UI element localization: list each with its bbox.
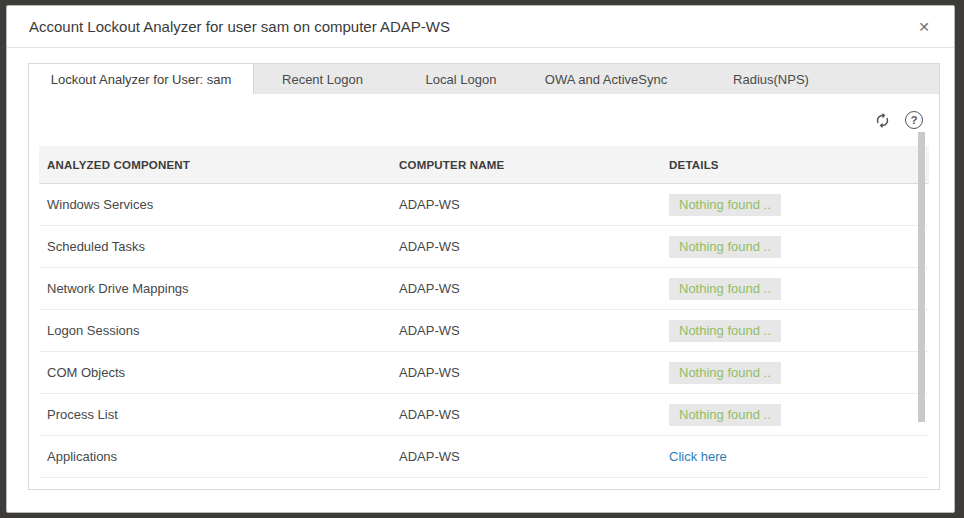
tabs-widget: Lockout Analyzer for User: samRecent Log… — [28, 63, 940, 490]
nothing-found-badge: Nothing found .. — [669, 236, 781, 258]
toolbar: ? — [29, 94, 939, 146]
cell-analyzed-component: Applications — [39, 449, 391, 464]
cell-details: Click here — [661, 449, 929, 464]
table-row: ApplicationsADAP-WSClick here — [39, 436, 929, 478]
cell-computer-name: ADAP-WS — [391, 365, 661, 380]
nothing-found-badge: Nothing found .. — [669, 278, 781, 300]
cell-details: Nothing found .. — [661, 236, 929, 258]
cell-details: Nothing found .. — [661, 404, 929, 426]
table-row: Network Drive MappingsADAP-WSNothing fou… — [39, 268, 929, 310]
cell-analyzed-component: Logon Sessions — [39, 323, 391, 338]
tab-radius-nps[interactable]: Radius(NPS) — [681, 64, 861, 94]
cell-computer-name: ADAP-WS — [391, 407, 661, 422]
cell-analyzed-component: Network Drive Mappings — [39, 281, 391, 296]
lockout-analyzer-dialog: Account Lockout Analyzer for user sam on… — [6, 5, 955, 513]
click-here-link[interactable]: Click here — [669, 449, 727, 464]
tab-lockout-analyzer-for-user-sam[interactable]: Lockout Analyzer for User: sam — [29, 64, 254, 94]
nothing-found-badge: Nothing found .. — [669, 362, 781, 384]
tab-recent-logon[interactable]: Recent Logon — [254, 64, 391, 94]
cell-computer-name: ADAP-WS — [391, 197, 661, 212]
table-header-row: ANALYZED COMPONENT COMPUTER NAME DETAILS — [39, 146, 929, 184]
dialog-title: Account Lockout Analyzer for user sam on… — [29, 18, 914, 35]
cell-computer-name: ADAP-WS — [391, 281, 661, 296]
tab-owa-and-activesync[interactable]: OWA and ActiveSync — [531, 64, 681, 94]
analyzer-table: ANALYZED COMPONENT COMPUTER NAME DETAILS… — [39, 146, 929, 478]
table-row: Windows ServicesADAP-WSNothing found .. — [39, 184, 929, 226]
nothing-found-badge: Nothing found .. — [669, 320, 781, 342]
cell-analyzed-component: Windows Services — [39, 197, 391, 212]
table-row: COM ObjectsADAP-WSNothing found .. — [39, 352, 929, 394]
column-header-details: DETAILS — [661, 159, 929, 171]
refresh-icon[interactable] — [874, 112, 891, 129]
help-icon[interactable]: ? — [905, 111, 923, 129]
nothing-found-badge: Nothing found .. — [669, 194, 781, 216]
cell-analyzed-component: Process List — [39, 407, 391, 422]
vertical-scrollbar-thumb[interactable] — [918, 132, 925, 422]
tab-local-logon[interactable]: Local Logon — [391, 64, 531, 94]
table-row: Logon SessionsADAP-WSNothing found .. — [39, 310, 929, 352]
cell-computer-name: ADAP-WS — [391, 449, 661, 464]
column-header-computer-name: COMPUTER NAME — [391, 159, 661, 171]
close-icon[interactable]: ✕ — [914, 16, 934, 38]
cell-details: Nothing found .. — [661, 320, 929, 342]
cell-details: Nothing found .. — [661, 278, 929, 300]
nothing-found-badge: Nothing found .. — [669, 404, 781, 426]
cell-analyzed-component: Scheduled Tasks — [39, 239, 391, 254]
cell-computer-name: ADAP-WS — [391, 239, 661, 254]
table-row: Scheduled TasksADAP-WSNothing found .. — [39, 226, 929, 268]
table-body: Windows ServicesADAP-WSNothing found ..S… — [39, 184, 929, 478]
cell-details: Nothing found .. — [661, 194, 929, 216]
dialog-title-bar: Account Lockout Analyzer for user sam on… — [7, 6, 954, 48]
help-glyph: ? — [905, 111, 923, 129]
cell-analyzed-component: COM Objects — [39, 365, 391, 380]
tab-bar: Lockout Analyzer for User: samRecent Log… — [29, 64, 939, 94]
cell-computer-name: ADAP-WS — [391, 323, 661, 338]
table-row: Process ListADAP-WSNothing found .. — [39, 394, 929, 436]
cell-details: Nothing found .. — [661, 362, 929, 384]
column-header-analyzed-component: ANALYZED COMPONENT — [39, 159, 391, 171]
